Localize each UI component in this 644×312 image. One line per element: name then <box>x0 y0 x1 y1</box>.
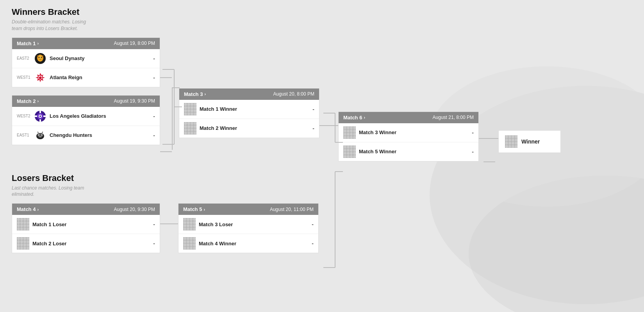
placeholder-logo-icon <box>184 122 196 135</box>
team-name: Los Angeles Gladiators <box>50 113 145 119</box>
losers-subtitle: Last chance matches. Losing team elimina… <box>12 185 90 198</box>
seoul-dynasty-logo <box>34 52 46 65</box>
team-name: Atlanta Reign <box>50 74 145 80</box>
match-2-card[interactable]: Match 2 › August 19, 9:30 PM WEST2 <box>12 95 160 145</box>
team-score: - <box>148 240 155 246</box>
match-1-team-1[interactable]: EAST2 <box>12 49 160 68</box>
winner-card: Winner <box>498 130 561 153</box>
svg-rect-16 <box>35 115 37 117</box>
losers-title: Losers Bracket <box>12 173 632 183</box>
match-3-header: Match 3 › August 20, 8:00 PM <box>179 89 319 100</box>
match-5-header: Match 5 › August 20, 11:00 PM <box>178 204 318 215</box>
winners-subtitle: Double-elimination matches. Losing team … <box>12 19 90 32</box>
match-5-title[interactable]: Match 5 › <box>183 206 205 212</box>
match-5-chevron-icon: › <box>203 207 205 212</box>
team-score: - <box>148 74 155 81</box>
match-6-header: Match 6 › August 21, 8:00 PM <box>339 112 478 123</box>
team-score: - <box>148 113 155 119</box>
team-name: Match 1 Loser <box>32 222 145 227</box>
team-seed: EAST2 <box>17 56 31 60</box>
match-3-date: August 20, 8:00 PM <box>273 91 314 97</box>
match-6-date: August 21, 8:00 PM <box>433 115 474 120</box>
team-score: - <box>467 149 474 155</box>
atlanta-reign-logo <box>34 71 46 84</box>
team-name: Match 3 Loser <box>199 222 303 227</box>
team-name: Match 3 Winner <box>359 129 464 135</box>
winner-section: Winner <box>498 130 561 153</box>
match-6-title[interactable]: Match 6 › <box>343 115 365 121</box>
team-name: Seoul Dynasty <box>50 55 145 61</box>
placeholder-logo-icon <box>183 218 196 230</box>
match-4-card[interactable]: Match 4 › August 20, 9:30 PM Match 1 Los… <box>12 203 160 253</box>
svg-rect-15 <box>39 119 41 122</box>
match-2-chevron-icon: › <box>37 99 39 103</box>
team-score: - <box>467 129 474 136</box>
match-2-team-1[interactable]: WEST2 <box>12 107 160 126</box>
team-score: - <box>307 106 314 112</box>
match-3-card[interactable]: Match 3 › August 20, 8:00 PM Match 1 Win… <box>179 88 319 138</box>
match-1-title[interactable]: Match 1 › <box>17 41 39 46</box>
match-6-team-1[interactable]: Match 3 Winner - <box>339 123 478 142</box>
match-3-chevron-icon: › <box>204 92 206 96</box>
placeholder-logo-icon <box>184 103 196 115</box>
winners-bracket-section: Winners Bracket Double-elimination match… <box>12 7 632 161</box>
placeholder-logo-icon <box>17 218 29 230</box>
match-1-date: August 19, 8:00 PM <box>114 41 155 46</box>
team-seed: WEST2 <box>17 114 31 118</box>
svg-rect-14 <box>39 111 41 113</box>
match-4-team-1[interactable]: Match 1 Loser - <box>12 215 160 234</box>
match-6-card[interactable]: Match 6 › August 21, 8:00 PM Match 3 Win… <box>338 112 479 161</box>
match-4-team-2[interactable]: Match 2 Loser - <box>12 234 160 253</box>
team-score: - <box>148 221 155 227</box>
match-2-title[interactable]: Match 2 › <box>17 98 39 104</box>
team-name: Match 5 Winner <box>359 149 464 154</box>
match-5-team-1[interactable]: Match 3 Loser - <box>178 215 318 234</box>
chengdu-hunters-logo <box>34 129 46 142</box>
placeholder-logo-icon <box>343 126 356 139</box>
match-2-date: August 19, 9:30 PM <box>114 98 155 104</box>
team-score: - <box>307 125 314 131</box>
match-6-team-2[interactable]: Match 5 Winner - <box>339 142 478 161</box>
match-1-header: Match 1 › August 19, 8:00 PM <box>12 38 160 49</box>
team-name: Match 4 Winner <box>199 241 303 246</box>
svg-point-23 <box>38 135 39 135</box>
match-4-header: Match 4 › August 20, 9:30 PM <box>12 204 160 215</box>
match-3-title[interactable]: Match 3 › <box>184 91 206 97</box>
match-4-date: August 20, 9:30 PM <box>114 207 155 212</box>
match-5-card[interactable]: Match 5 › August 20, 11:00 PM Match 3 Lo… <box>178 203 319 253</box>
team-score: - <box>148 132 155 138</box>
team-score: - <box>307 240 314 246</box>
match-4-col: Match 4 › August 20, 9:30 PM Match 1 Los… <box>12 203 160 253</box>
winner-placeholder-icon <box>505 135 517 148</box>
match-1-team-2[interactable]: WEST1 Atlanta Reign - <box>12 68 160 87</box>
team-score: - <box>307 221 314 227</box>
winners-title: Winners Bracket <box>12 7 632 17</box>
match-2-team-2[interactable]: EAST1 <box>12 126 160 145</box>
team-score: - <box>148 55 155 62</box>
placeholder-logo-icon <box>183 237 196 250</box>
placeholder-logo-icon <box>17 237 29 250</box>
match-5-team-2[interactable]: Match 4 Winner - <box>178 234 318 253</box>
losers-bracket-section: Losers Bracket Last chance matches. Losi… <box>12 173 632 254</box>
match-5-col: Match 5 › August 20, 11:00 PM Match 3 Lo… <box>178 203 319 253</box>
team-name: Match 2 Loser <box>32 241 145 246</box>
svg-rect-17 <box>43 115 46 117</box>
match-5-date: August 20, 11:00 PM <box>270 207 314 212</box>
match-3-team-2[interactable]: Match 2 Winner - <box>179 119 319 138</box>
placeholder-logo-icon <box>343 145 356 158</box>
team-name: Chengdu Hunters <box>50 132 145 138</box>
la-gladiators-logo <box>34 110 46 122</box>
match-2-header: Match 2 › August 19, 9:30 PM <box>12 96 160 107</box>
svg-point-13 <box>39 115 41 117</box>
match-3-team-1[interactable]: Match 1 Winner - <box>179 100 319 119</box>
match-4-chevron-icon: › <box>37 207 39 212</box>
svg-point-24 <box>41 135 42 135</box>
match-1-chevron-icon: › <box>37 41 39 46</box>
team-name: Match 1 Winner <box>200 106 304 112</box>
match-4-title[interactable]: Match 4 › <box>17 206 39 212</box>
team-seed: WEST1 <box>17 75 31 80</box>
team-name: Match 2 Winner <box>200 125 304 131</box>
team-seed: EAST1 <box>17 133 31 137</box>
match-6-chevron-icon: › <box>364 115 365 120</box>
match-1-card[interactable]: Match 1 › August 19, 8:00 PM EAST2 <box>12 37 160 87</box>
